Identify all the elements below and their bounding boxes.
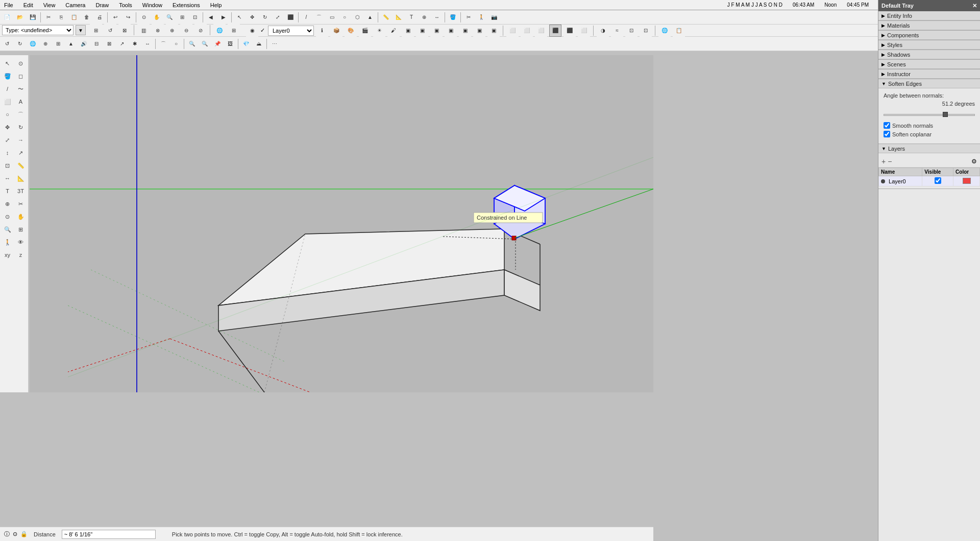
- tb-component-explode[interactable]: ⊠: [118, 24, 131, 36]
- tb-s7[interactable]: 🔊: [78, 38, 90, 50]
- tb-move[interactable]: ✥: [246, 11, 258, 23]
- styles-header[interactable]: ▶ Styles: [878, 40, 980, 50]
- type-apply-button[interactable]: ▼: [76, 25, 86, 35]
- tb-measure[interactable]: 📏: [380, 11, 392, 23]
- menu-tools[interactable]: Tools: [117, 1, 134, 9]
- components-header[interactable]: ▶ Components: [878, 31, 980, 40]
- tb-solid-trim[interactable]: ⊘: [194, 24, 207, 36]
- tool-text2[interactable]: T: [2, 185, 14, 197]
- tb-snap[interactable]: 📌: [211, 38, 224, 50]
- menu-file[interactable]: File: [2, 1, 15, 9]
- tool-pushpull[interactable]: ↕: [2, 147, 14, 159]
- tb-s10[interactable]: ↗: [116, 38, 128, 50]
- tool-lookat[interactable]: 👁: [15, 236, 27, 248]
- tb-redo[interactable]: ↪: [122, 11, 134, 23]
- tool-scale2[interactable]: ⤢: [2, 134, 14, 146]
- tool-zoomext2[interactable]: ⊞: [15, 223, 27, 236]
- tb-poly[interactable]: ⬡: [351, 11, 363, 23]
- tb-zoomin[interactable]: 🔍: [186, 38, 198, 50]
- tb-intersect[interactable]: ⊗: [152, 24, 164, 36]
- tool-followme[interactable]: ↗: [15, 147, 27, 159]
- tb-undo[interactable]: ↩: [109, 11, 121, 23]
- layer-selector[interactable]: Layer0: [268, 26, 314, 36]
- tb-cut[interactable]: ✂: [42, 11, 55, 23]
- tb-s3[interactable]: 🌐: [27, 38, 39, 50]
- tray-close-btn[interactable]: ✕: [972, 3, 977, 9]
- tb-zoom[interactable]: 🔍: [163, 11, 176, 23]
- tool-select[interactable]: ↖: [2, 57, 14, 69]
- tb-section[interactable]: ✂: [462, 11, 475, 23]
- tb-match[interactable]: 🖼: [224, 38, 236, 50]
- tb-cam-pos[interactable]: 📷: [488, 11, 500, 23]
- tool-paint[interactable]: 🪣: [2, 70, 14, 82]
- tb-zoomext[interactable]: ⊞: [176, 11, 188, 23]
- tb-walk[interactable]: 🚶: [475, 11, 487, 23]
- tool-3d-text2[interactable]: 3T: [15, 185, 27, 197]
- tb-circle2[interactable]: ○: [170, 38, 182, 50]
- tb-view-bottom[interactable]: ▣: [473, 25, 485, 37]
- tool-lasso[interactable]: ⊙: [15, 57, 27, 69]
- tb-s9[interactable]: ⊠: [103, 38, 115, 50]
- tb-solid-union[interactable]: ⊕: [166, 24, 178, 36]
- tb-circle[interactable]: ○: [338, 11, 351, 23]
- tb-wireframe[interactable]: ⬜: [506, 25, 519, 37]
- viewport[interactable]: Constrained on Line: [30, 55, 653, 392]
- tb-xray[interactable]: ⬜: [521, 25, 533, 37]
- panel-components[interactable]: ▶ Components: [878, 31, 980, 40]
- tb-3d[interactable]: ▲: [364, 11, 376, 23]
- tb-open[interactable]: 📂: [14, 11, 26, 23]
- tb-arc2[interactable]: ⌒: [157, 38, 169, 50]
- layers-detail-btn[interactable]: ⚙: [971, 158, 977, 165]
- tool-face[interactable]: ⬜: [2, 96, 14, 108]
- menu-edit[interactable]: Edit: [21, 1, 35, 9]
- tb-new[interactable]: 📄: [1, 11, 13, 23]
- tb-pan[interactable]: ✋: [151, 11, 163, 23]
- tb-copy[interactable]: ⎘: [55, 11, 67, 23]
- tb-paste[interactable]: 📋: [68, 11, 80, 23]
- materials-header[interactable]: ▶ Materials: [878, 21, 980, 30]
- panel-shadows[interactable]: ▶ Shadows: [878, 50, 980, 60]
- tool-zoom2[interactable]: 🔍: [2, 223, 14, 236]
- menu-draw[interactable]: Draw: [93, 1, 111, 9]
- tb-entity[interactable]: ℹ: [316, 25, 328, 37]
- info-icon[interactable]: ⓘ: [4, 530, 10, 538]
- tool-protractor[interactable]: 📐: [15, 172, 27, 184]
- tb-sandbox[interactable]: ⛰: [253, 38, 265, 50]
- tb-zoomout[interactable]: 🔍: [199, 38, 211, 50]
- tb-print[interactable]: 🖨: [93, 11, 106, 23]
- layer-visible-checkbox[interactable]: [935, 177, 941, 184]
- tb-solid-subtract[interactable]: ⊖: [180, 24, 192, 36]
- tool-3dtext[interactable]: A: [15, 96, 27, 108]
- tb-geo[interactable]: 🌐: [213, 24, 226, 36]
- tb-orbit[interactable]: ⊙: [138, 11, 150, 23]
- layers-header[interactable]: ▼ Layers: [878, 144, 980, 153]
- tb-rect[interactable]: ▭: [326, 11, 338, 23]
- layer-row-0[interactable]: Layer0: [879, 176, 980, 186]
- tb-s6[interactable]: ▲: [65, 38, 77, 50]
- tb-line[interactable]: /: [300, 11, 312, 23]
- layer-visible-cell[interactable]: [922, 176, 953, 186]
- panel-scenes[interactable]: ▶ Scenes: [878, 60, 980, 69]
- tool-dim[interactable]: ↔: [2, 172, 14, 184]
- tb-shadows-display[interactable]: ◑: [597, 25, 609, 37]
- tool-offset[interactable]: ⊡: [2, 159, 14, 172]
- layer-color-swatch[interactable]: [963, 178, 971, 184]
- tb-comp-browse[interactable]: 📦: [330, 25, 342, 37]
- tb-styles-btn[interactable]: 🖌: [387, 25, 400, 37]
- tb-shadows-btn[interactable]: ☀: [373, 25, 385, 37]
- panel-instructor[interactable]: ▶ Instructor: [878, 69, 980, 79]
- tb-view-left[interactable]: ▣: [430, 25, 443, 37]
- tb-component-opts[interactable]: ⊞: [90, 24, 102, 36]
- tb-paint[interactable]: 🪣: [447, 11, 459, 23]
- tb-text[interactable]: T: [405, 11, 418, 23]
- panel-styles[interactable]: ▶ Styles: [878, 40, 980, 50]
- tb-zoomwin[interactable]: ⊡: [189, 11, 201, 23]
- tb-prev[interactable]: ◀: [205, 11, 217, 23]
- tb-s5[interactable]: ⊞: [52, 38, 64, 50]
- tb-protract[interactable]: 📐: [393, 11, 405, 23]
- angle-slider-thumb[interactable]: [943, 112, 948, 117]
- tb-layers-icon[interactable]: ◉: [246, 25, 258, 37]
- tb-save[interactable]: 💾: [27, 11, 39, 23]
- tool-freehand[interactable]: 〜: [15, 83, 27, 95]
- tb-rotate[interactable]: ↻: [259, 11, 271, 23]
